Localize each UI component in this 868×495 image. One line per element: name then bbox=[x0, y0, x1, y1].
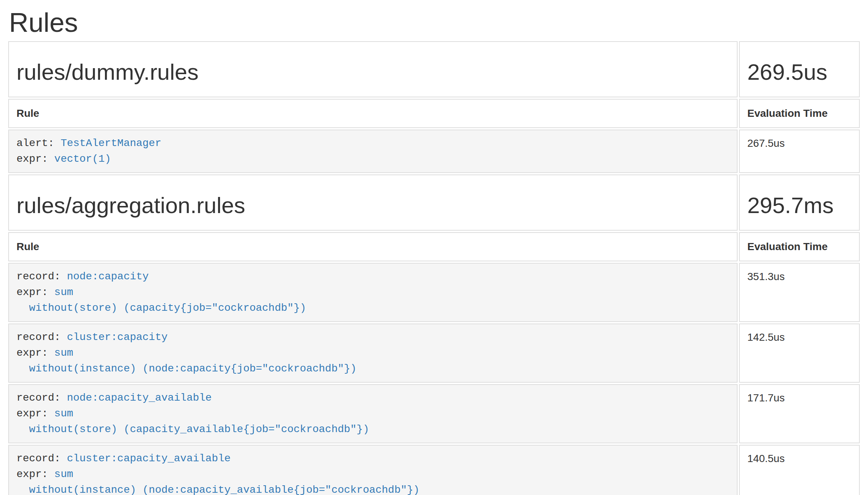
rule-name-link[interactable]: node:capacity_available bbox=[67, 392, 211, 404]
rule-name-link[interactable]: cluster:capacity_available bbox=[67, 453, 230, 464]
evaluation-time-value: 171.7us bbox=[739, 384, 860, 443]
expr-label: expr: bbox=[16, 347, 54, 359]
group-file-title: rules/aggregation.rules bbox=[8, 174, 738, 231]
rule-row: record: cluster:capacity_available expr:… bbox=[8, 445, 860, 495]
rule-code-line: alert: TestAlertManager bbox=[16, 136, 729, 151]
rule-code: alert: TestAlertManager expr: vector(1) bbox=[8, 130, 738, 173]
column-header-eval-time: Evaluation Time bbox=[739, 232, 860, 261]
rule-expr-link[interactable]: sum bbox=[54, 408, 73, 419]
rule-row: alert: TestAlertManager expr: vector(1) … bbox=[8, 130, 860, 173]
rule-kind-label: alert: bbox=[16, 137, 61, 149]
group-header-row: rules/dummy.rules 269.5us bbox=[8, 41, 860, 97]
rule-name-link[interactable]: node:capacity bbox=[67, 271, 148, 282]
evaluation-time-value: 142.5us bbox=[739, 324, 860, 383]
rule-row: record: node:capacity_available expr: su… bbox=[8, 384, 860, 443]
expr-label: expr: bbox=[16, 286, 54, 298]
rule-code-line: without(store) (capacity_available{job="… bbox=[16, 422, 729, 437]
rules-table: rules/dummy.rules 269.5us Rule Evaluatio… bbox=[7, 40, 861, 495]
rule-expr-link[interactable]: sum bbox=[54, 286, 73, 298]
expr-label: expr: bbox=[16, 408, 54, 419]
rule-code-line: without(store) (capacity{job="cockroachd… bbox=[16, 300, 729, 316]
rule-expr-link[interactable]: sum bbox=[54, 468, 73, 480]
rules-page: Rules rules/dummy.rules 269.5us Rule Eva… bbox=[0, 9, 868, 495]
rule-kind-label: record: bbox=[16, 453, 67, 464]
rule-code-line: without(instance) (node:capacity{job="co… bbox=[16, 361, 729, 377]
rule-row: record: node:capacity expr: sum without(… bbox=[8, 263, 860, 322]
rule-code-line: record: node:capacity_available bbox=[16, 390, 729, 406]
rule-expr-continuation-link[interactable]: without(store) (capacity{job="cockroachd… bbox=[16, 302, 306, 314]
evaluation-time-value: 351.3us bbox=[739, 263, 860, 322]
rule-kind-label: record: bbox=[16, 331, 67, 343]
rule-code-line: record: cluster:capacity bbox=[16, 330, 729, 345]
group-file-title: rules/dummy.rules bbox=[8, 41, 738, 97]
rule-expr-continuation-link[interactable]: without(instance) (node:capacity_availab… bbox=[16, 484, 419, 495]
expr-label: expr: bbox=[16, 468, 54, 480]
group-eval-time: 295.7ms bbox=[739, 174, 860, 231]
rule-name-link[interactable]: cluster:capacity bbox=[67, 331, 168, 343]
group-eval-time: 269.5us bbox=[739, 41, 860, 97]
rule-code-line: expr: sum bbox=[16, 406, 729, 422]
group-header-row: rules/aggregation.rules 295.7ms bbox=[8, 174, 860, 231]
rule-code-line: expr: sum bbox=[16, 345, 729, 361]
evaluation-time-value: 267.5us bbox=[739, 130, 860, 173]
rule-code: record: node:capacity_available expr: su… bbox=[8, 384, 738, 443]
rule-kind-label: record: bbox=[16, 271, 67, 282]
rule-code-line: without(instance) (node:capacity_availab… bbox=[16, 482, 729, 495]
rule-code-line: expr: vector(1) bbox=[16, 151, 729, 167]
rule-expr-link[interactable]: vector(1) bbox=[54, 153, 111, 165]
column-header-row: Rule Evaluation Time bbox=[8, 99, 860, 128]
rule-expr-continuation-link[interactable]: without(store) (capacity_available{job="… bbox=[16, 423, 369, 435]
rule-kind-label: record: bbox=[16, 392, 67, 404]
rule-code: record: cluster:capacity expr: sum witho… bbox=[8, 324, 738, 383]
rule-code-line: expr: sum bbox=[16, 467, 729, 482]
column-header-rule: Rule bbox=[8, 232, 738, 261]
rule-code: record: cluster:capacity_available expr:… bbox=[8, 445, 738, 495]
rule-code-line: record: node:capacity bbox=[16, 269, 729, 285]
rule-code-line: record: cluster:capacity_available bbox=[16, 451, 729, 467]
page-title: Rules bbox=[9, 9, 861, 36]
rule-expr-link[interactable]: sum bbox=[54, 347, 73, 359]
rule-code: record: node:capacity expr: sum without(… bbox=[8, 263, 738, 322]
rule-code-line: expr: sum bbox=[16, 285, 729, 300]
rule-name-link[interactable]: TestAlertManager bbox=[61, 137, 162, 149]
column-header-row: Rule Evaluation Time bbox=[8, 232, 860, 261]
column-header-eval-time: Evaluation Time bbox=[739, 99, 860, 128]
column-header-rule: Rule bbox=[8, 99, 738, 128]
rule-expr-continuation-link[interactable]: without(instance) (node:capacity{job="co… bbox=[16, 363, 356, 374]
rule-row: record: cluster:capacity expr: sum witho… bbox=[8, 324, 860, 383]
expr-label: expr: bbox=[16, 153, 54, 165]
evaluation-time-value: 140.5us bbox=[739, 445, 860, 495]
